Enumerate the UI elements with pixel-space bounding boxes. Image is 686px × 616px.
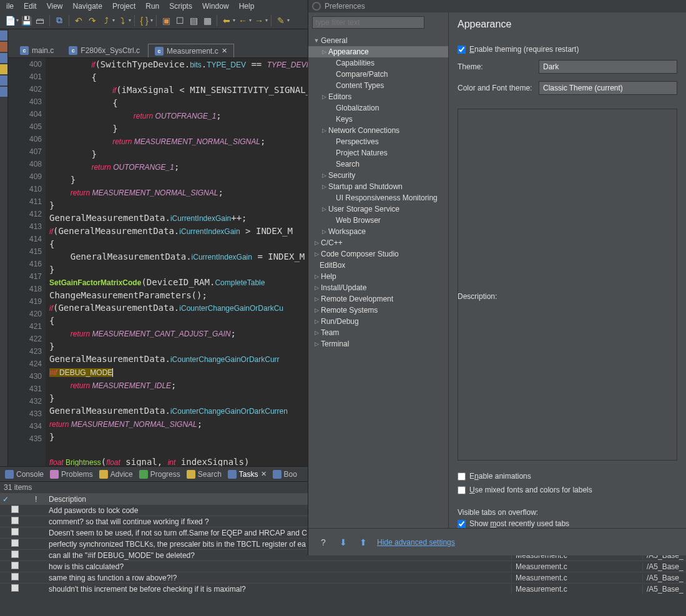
menu-edit[interactable]: Edit xyxy=(19,1,42,12)
task-checkbox[interactable] xyxy=(11,550,19,558)
tree-item-ui-responsiveness-monitoring[interactable]: UI Responsiveness Monitoring xyxy=(308,192,448,203)
editor-tab-main.c[interactable]: cmain.c xyxy=(13,44,61,57)
menu-view[interactable]: View xyxy=(42,1,68,12)
bottom-tab-console[interactable]: Console xyxy=(5,470,44,479)
task-checkbox[interactable] xyxy=(11,539,19,547)
expand-icon[interactable]: ▷ xyxy=(320,228,328,235)
block-icon[interactable]: ▣ xyxy=(160,14,172,27)
task-checkbox[interactable] xyxy=(11,562,19,569)
expand-icon[interactable]: ▷ xyxy=(312,341,321,347)
menu-help[interactable]: Help xyxy=(234,1,260,12)
tree-item-terminal[interactable]: ▷Terminal xyxy=(308,338,448,350)
tree-item-editors[interactable]: ▷Editors xyxy=(308,91,448,102)
task-row[interactable]: how is this calculated?Measurement.c/A5_… xyxy=(0,560,686,572)
expand-icon[interactable]: ▼ xyxy=(312,37,321,44)
task-checkbox[interactable] xyxy=(11,506,19,513)
export-icon[interactable]: ⬆ xyxy=(357,536,370,549)
bottom-tab-tasks[interactable]: Tasks✕ xyxy=(228,470,267,479)
tree-item-startup-and-shutdown[interactable]: ▷Startup and Shutdown xyxy=(308,181,448,192)
bottom-tab-problems[interactable]: Problems xyxy=(50,470,93,479)
toggle2-icon[interactable]: ▤ xyxy=(187,14,200,27)
task-checkbox[interactable] xyxy=(11,584,19,592)
font-theme-dropdown[interactable]: Classic Theme (current) xyxy=(539,81,677,95)
mixed-fonts-checkbox[interactable] xyxy=(458,486,466,494)
expand-icon[interactable]: ▷ xyxy=(312,307,321,313)
tree-item-team[interactable]: ▷Team xyxy=(308,327,448,338)
enable-theming-checkbox[interactable] xyxy=(458,46,466,54)
tree-item-run-debug[interactable]: ▷Run/Debug xyxy=(308,316,448,327)
tree-item-compare-patch[interactable]: Compare/Patch xyxy=(308,69,448,80)
expand-icon[interactable]: ▷ xyxy=(320,49,328,55)
expand-icon[interactable]: ▷ xyxy=(312,251,321,257)
drop1-icon[interactable]: ⤴ xyxy=(100,14,112,27)
tree-item-perspectives[interactable]: Perspectives xyxy=(308,136,448,147)
save-icon[interactable]: 💾 xyxy=(20,14,32,27)
menu-project[interactable]: Project xyxy=(107,1,140,12)
expand-icon[interactable]: ▷ xyxy=(312,240,321,246)
expand-icon[interactable]: ▷ xyxy=(320,172,328,178)
hide-advanced-link[interactable]: Hide advanced settings xyxy=(377,538,455,547)
switch-icon[interactable]: ⧉ xyxy=(53,14,66,27)
new-icon[interactable]: 📄 xyxy=(4,14,16,27)
back-icon[interactable]: ⬅ xyxy=(220,14,233,27)
expand-icon[interactable]: ▷ xyxy=(312,296,321,302)
menu-scripts[interactable]: Scripts xyxy=(164,1,197,12)
filter-input[interactable] xyxy=(312,16,424,29)
tree-item-remote-development[interactable]: ▷Remote Development xyxy=(308,293,448,305)
tree-item-workspace[interactable]: ▷Workspace xyxy=(308,226,448,237)
expand-icon[interactable]: ▷ xyxy=(312,330,321,336)
right-icon[interactable]: → xyxy=(253,14,265,27)
theme-dropdown[interactable]: Dark xyxy=(539,60,677,74)
menu-window[interactable]: Window xyxy=(197,1,234,12)
expand-icon[interactable]: ▷ xyxy=(312,318,321,325)
tree-item-network-connections[interactable]: ▷Network Connections xyxy=(308,125,448,136)
tree-item-web-browser[interactable]: Web Browser xyxy=(308,215,448,226)
close-icon[interactable]: ✕ xyxy=(261,470,267,478)
toggle1-icon[interactable]: ☐ xyxy=(174,14,186,27)
tree-item-editbox[interactable]: EditBox xyxy=(308,260,448,271)
toggle3-icon[interactable]: ▦ xyxy=(201,14,213,27)
most-recent-checkbox[interactable] xyxy=(458,520,466,528)
task-row[interactable]: same thing as function a row above?!?Mea… xyxy=(0,572,686,583)
braces-icon[interactable]: { } xyxy=(138,14,150,27)
menu-ile[interactable]: ile xyxy=(1,1,19,12)
tree-item-globalization[interactable]: Globalization xyxy=(308,102,448,114)
pencil-icon[interactable]: ✎ xyxy=(275,14,287,27)
task-checkbox[interactable] xyxy=(11,517,19,524)
save-all-icon[interactable]: 🗃 xyxy=(34,14,46,27)
import-icon[interactable]: ⬇ xyxy=(337,536,350,549)
editor-tab-F2806x_SysCtrl.c[interactable]: cF2806x_SysCtrl.c xyxy=(62,44,147,57)
menu-navigate[interactable]: Navigate xyxy=(68,1,107,12)
tree-item-content-types[interactable]: Content Types xyxy=(308,80,448,91)
tree-item-appearance[interactable]: ▷Appearance xyxy=(308,46,448,57)
tree-item-project-natures[interactable]: Project Natures xyxy=(308,147,448,159)
enable-animations-checkbox[interactable] xyxy=(458,472,466,481)
bottom-tab-boo[interactable]: Boo xyxy=(273,470,297,479)
expand-icon[interactable]: ▷ xyxy=(320,183,328,190)
tree-item-keys[interactable]: Keys xyxy=(308,114,448,125)
expand-icon[interactable]: ▷ xyxy=(320,127,328,134)
tree-item-remote-systems[interactable]: ▷Remote Systems xyxy=(308,305,448,316)
bottom-tab-search[interactable]: Search xyxy=(187,470,222,479)
task-checkbox[interactable] xyxy=(11,528,19,535)
bottom-tab-advice[interactable]: Advice xyxy=(99,470,133,479)
editor-tab-Measurement.c[interactable]: cMeasurement.c✕ xyxy=(148,44,234,57)
tree-item-security[interactable]: ▷Security xyxy=(308,170,448,181)
left-icon[interactable]: ← xyxy=(237,14,249,27)
help-icon[interactable]: ? xyxy=(317,536,330,549)
tree-item-search[interactable]: Search xyxy=(308,159,448,170)
close-icon[interactable]: ✕ xyxy=(222,47,227,55)
tree-item-help[interactable]: ▷Help xyxy=(308,271,448,282)
tree-item-code-composer-studio[interactable]: ▷Code Composer Studio xyxy=(308,248,448,260)
drop2-icon[interactable]: ⤵ xyxy=(116,14,129,27)
bottom-tab-progress[interactable]: Progress xyxy=(139,470,180,479)
tree-item-capabilities[interactable]: Capabilities xyxy=(308,57,448,69)
tree-item-c-c-[interactable]: ▷C/C++ xyxy=(308,237,448,248)
menu-run[interactable]: Run xyxy=(140,1,164,12)
expand-icon[interactable]: ▷ xyxy=(320,94,328,100)
expand-icon[interactable]: ▷ xyxy=(312,285,321,291)
task-checkbox[interactable] xyxy=(11,573,19,580)
tree-item-general[interactable]: ▼General xyxy=(308,35,448,46)
task-row[interactable]: shouldn't this increment be before check… xyxy=(0,583,686,594)
redo-icon[interactable]: ↷ xyxy=(86,14,99,27)
